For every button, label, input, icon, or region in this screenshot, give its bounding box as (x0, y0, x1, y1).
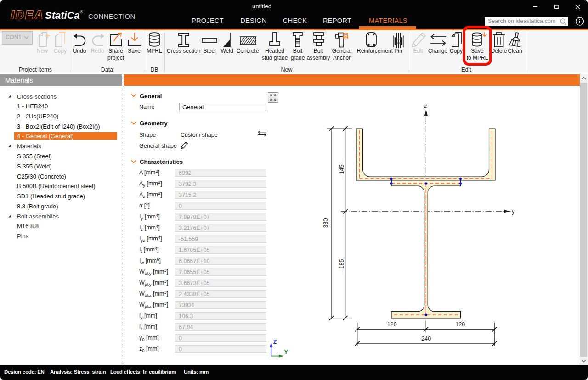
svg-text:y: y (512, 208, 515, 215)
svg-text:240: 240 (421, 335, 431, 342)
svg-text:IDEA: IDEA (11, 8, 44, 21)
svg-text:StatiCa: StatiCa (45, 10, 80, 21)
svg-text:120: 120 (455, 321, 465, 328)
svg-text:330: 330 (322, 218, 329, 228)
svg-text:120: 120 (387, 321, 397, 328)
svg-text:z: z (424, 102, 427, 109)
svg-text:185: 185 (339, 259, 345, 269)
svg-text:®: ® (80, 10, 83, 14)
svg-text:CONNECTION: CONNECTION (88, 13, 135, 20)
svg-text:145: 145 (339, 165, 345, 174)
